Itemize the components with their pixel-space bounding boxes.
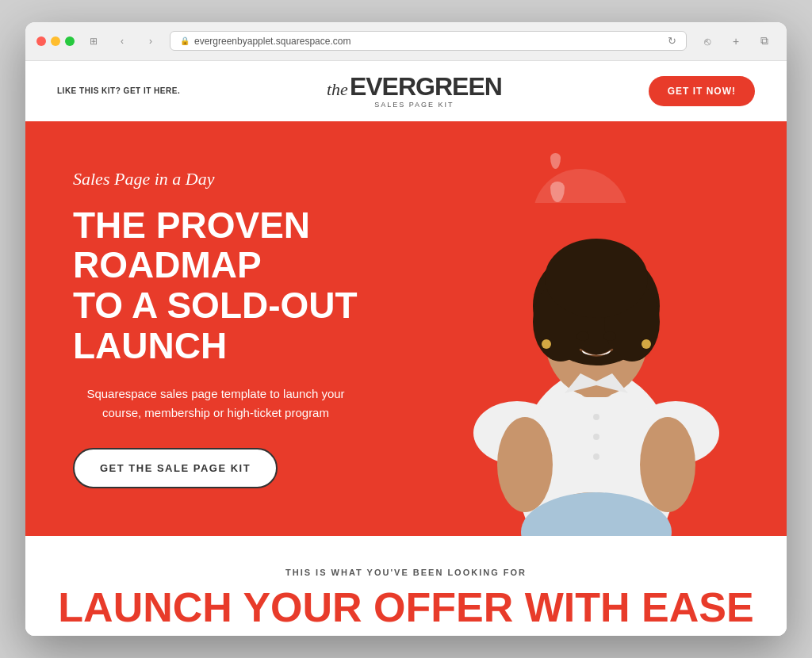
svg-point-19 [593,434,599,440]
svg-point-18 [593,414,599,420]
svg-point-5 [640,417,695,512]
hero-title-line1: THE PROVEN ROADMAP [73,205,469,285]
svg-point-4 [497,417,553,512]
nav-left-text: LIKE THIS KIT? GET IT HERE. [57,86,180,95]
hero-cta-button[interactable]: GET THE SALE PAGE KIT [73,448,278,488]
drop-1 [550,153,561,169]
svg-point-16 [642,339,651,349]
below-hero-title: LAUNCH YOUR OFFER WITH EASE [41,587,771,628]
svg-point-12 [545,239,648,318]
svg-point-20 [593,453,599,460]
logo-the: the [327,79,348,100]
copy-button[interactable]: ⧉ [753,30,776,52]
hero-title-line2: TO A SOLD-OUT LAUNCH [73,285,469,365]
below-hero-section: THIS IS WHAT YOU'VE BEEN LOOKING FOR LAU… [25,536,787,636]
share-button[interactable]: ⎋ [696,30,718,52]
top-nav: LIKE THIS KIT? GET IT HERE. the EVERGREE… [25,61,787,121]
address-bar[interactable]: 🔒 evergreenbyapplet.squarespace.com ↻ [170,31,687,51]
logo-tagline: SALES PAGE KIT [374,101,454,109]
browser-window: ⊞ ‹ › 🔒 evergreenbyapplet.squarespace.co… [25,22,787,636]
svg-point-14 [603,331,616,341]
traffic-lights [36,36,75,46]
window-toggle[interactable]: ⊞ [84,32,103,51]
forward-button[interactable]: › [141,32,160,51]
browser-actions: ⎋ + ⧉ [696,30,776,52]
hero-subtitle: Sales Page in a Day [73,169,469,189]
minimize-button[interactable] [51,36,60,46]
logo-brand: the EVERGREEN [327,74,502,100]
svg-point-15 [542,339,551,349]
logo-area: the EVERGREEN SALES PAGE KIT [327,74,502,109]
back-button[interactable]: ‹ [113,32,132,51]
hero-description: Squarespace sales page template to launc… [73,384,358,423]
hero-person-image [469,203,723,536]
browser-chrome: ⊞ ‹ › 🔒 evergreenbyapplet.squarespace.co… [25,22,787,61]
hero-section: Sales Page in a Day THE PROVEN ROADMAP T… [25,121,787,536]
below-hero-subtitle: THIS IS WHAT YOU'VE BEEN LOOKING FOR [41,568,771,577]
website-content: LIKE THIS KIT? GET IT HERE. the EVERGREE… [25,61,787,636]
hero-image-area [469,203,739,536]
url-text: evergreenbyapplet.squarespace.com [194,36,350,47]
drop-2 [550,182,565,202]
logo-evergreen: EVERGREEN [350,74,502,99]
hero-title: THE PROVEN ROADMAP TO A SOLD-OUT LAUNCH [73,205,469,365]
hero-content: Sales Page in a Day THE PROVEN ROADMAP T… [73,169,469,536]
svg-point-13 [576,331,589,341]
maximize-button[interactable] [65,36,75,46]
close-button[interactable] [36,36,46,46]
get-it-now-button[interactable]: GET IT NOW! [649,76,755,106]
reload-icon[interactable]: ↻ [668,35,676,47]
new-tab-button[interactable]: + [725,30,747,52]
lock-icon: 🔒 [180,36,190,45]
